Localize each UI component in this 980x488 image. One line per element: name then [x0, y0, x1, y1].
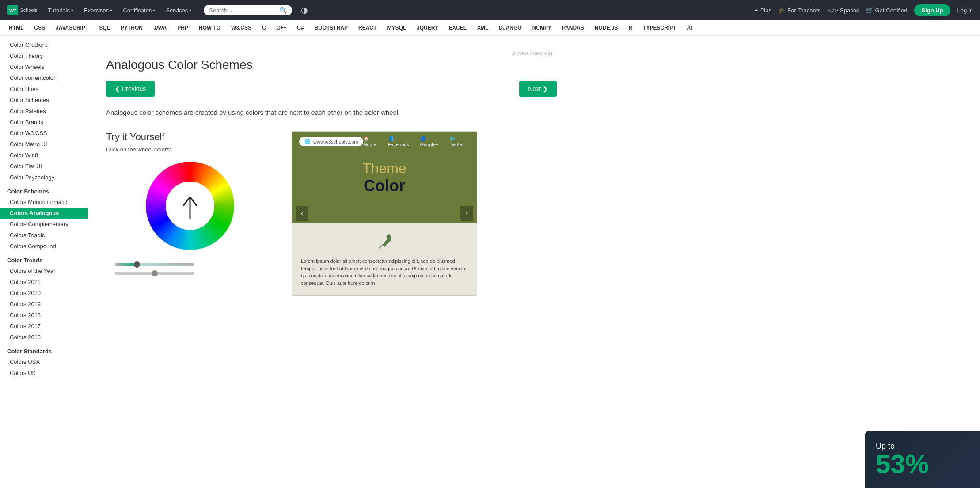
preview-next-arrow[interactable]: › — [460, 206, 473, 221]
sidebar-item-colors-2021[interactable]: Colors 2021 — [0, 276, 88, 288]
sidebar-section-color-schemes: Color Schemes — [0, 183, 88, 197]
color-wheel-inner — [166, 182, 214, 230]
lang-r[interactable]: R — [623, 20, 638, 35]
lang-jquery[interactable]: JQUERY — [411, 20, 444, 35]
sidebar-item-colors-year[interactable]: Colors of the Year — [0, 265, 88, 276]
sidebar-item-color-metro[interactable]: Color Metro UI — [0, 139, 88, 150]
slider-track-2[interactable] — [115, 272, 194, 275]
sidebar: Color Gradient Color Theory Color Wheels… — [0, 36, 88, 484]
arrow-icon — [179, 190, 201, 221]
sidebar-item-color-w3css[interactable]: Color W3.CSS — [0, 128, 88, 139]
logo[interactable]: W3 Schools — [7, 5, 38, 15]
logo-schools: Schools — [20, 8, 37, 13]
sidebar-item-color-schemes-link[interactable]: Color Schemes — [0, 95, 88, 106]
lang-numpy[interactable]: NUMPY — [527, 20, 557, 35]
prev-button[interactable]: ❮ Previous — [106, 81, 155, 97]
preview-facebook-link: 📘 Facebook — [388, 136, 415, 147]
nav-services[interactable]: Services ▾ — [160, 0, 197, 20]
nav-teachers[interactable]: 🎓 For Teachers — [779, 7, 821, 14]
lang-python[interactable]: PYTHON — [115, 20, 148, 35]
preview-theme-text: Theme — [301, 160, 468, 177]
sidebar-item-colors-usa[interactable]: Colors USA — [0, 356, 88, 367]
sidebar-item-color-currentcolor[interactable]: Color currentcolor — [0, 72, 88, 83]
slider-thumb-2[interactable] — [152, 270, 158, 276]
preview-googleplus-link: 🔵 Google+ — [420, 136, 444, 147]
lang-javascript[interactable]: JAVASCRIPT — [50, 20, 94, 35]
lang-mysql[interactable]: MYSQL — [382, 20, 411, 35]
login-button[interactable]: Log in — [957, 7, 973, 14]
preview-color-text: Color — [301, 177, 468, 195]
main-nav-links: Tutorials ▾ Exercises ▾ Certificates ▾ S… — [43, 0, 197, 20]
lang-excel[interactable]: EXCEL — [444, 20, 472, 35]
next-button[interactable]: Next ❯ — [519, 81, 557, 97]
nav-certificates[interactable]: Certificates ▾ — [118, 0, 160, 20]
sidebar-item-color-theory[interactable]: Color Theory — [0, 50, 88, 61]
sidebar-section-color-trends: Color Trends — [0, 252, 88, 265]
sidebar-item-colors-2018[interactable]: Colors 2018 — [0, 310, 88, 321]
sidebar-item-triadic[interactable]: Colors Triadic — [0, 230, 88, 241]
preview-content: Lorem ipsum dolor sit amet, consectetur … — [292, 223, 477, 295]
nav-buttons: ❮ Previous Next ❯ — [106, 81, 557, 97]
nav-plus[interactable]: ✦ Plus — [754, 7, 771, 14]
logo-w3: W3 — [7, 5, 18, 15]
lang-sql[interactable]: SQL — [94, 20, 115, 35]
sidebar-item-colors-2019[interactable]: Colors 2019 — [0, 299, 88, 310]
theme-toggle[interactable]: ◑ — [301, 5, 308, 15]
ad-percent-text: 53% — [876, 451, 969, 477]
lang-html[interactable]: HTML — [4, 20, 29, 35]
sidebar-item-colors-2017[interactable]: Colors 2017 — [0, 321, 88, 332]
lang-php[interactable]: PHP — [172, 20, 194, 35]
sidebar-item-color-win8[interactable]: Color Win8 — [0, 150, 88, 161]
page-description: Analogous color schemes are created by u… — [106, 107, 557, 118]
lang-nodejs[interactable]: NODE.JS — [589, 20, 623, 35]
sidebar-item-complementary[interactable]: Colors Complementary — [0, 219, 88, 230]
svg-line-1 — [379, 245, 383, 248]
sidebar-item-color-gradient[interactable]: Color Gradient — [0, 39, 88, 50]
search-input[interactable] — [209, 7, 279, 14]
color-wheel[interactable] — [146, 162, 234, 250]
lang-csharp[interactable]: C# — [292, 20, 309, 35]
lang-typescript[interactable]: TYPESCRIPT — [638, 20, 681, 35]
lang-w3css[interactable]: W3.CSS — [226, 20, 257, 35]
try-section: Try it Yourself Click on the wheel color… — [106, 131, 557, 296]
lang-xml[interactable]: XML — [472, 20, 494, 35]
sidebar-item-monochromatic[interactable]: Colors Monochromatic — [0, 197, 88, 208]
try-title: Try it Yourself — [106, 131, 274, 143]
sidebar-item-color-flat[interactable]: Color Flat UI — [0, 161, 88, 172]
sidebar-item-colors-uk[interactable]: Colors UK — [0, 367, 88, 378]
lang-howto[interactable]: HOW TO — [194, 20, 226, 35]
lang-bootstrap[interactable]: BOOTSTRAP — [309, 20, 353, 35]
lang-c[interactable]: C — [257, 20, 271, 35]
sidebar-item-color-psychology[interactable]: Color Psychology — [0, 172, 88, 183]
lang-pandas[interactable]: PANDAS — [557, 20, 589, 35]
search-icon[interactable]: 🔍 — [279, 7, 287, 14]
preview-prev-arrow[interactable]: ‹ — [296, 206, 308, 221]
preview-url-bar: 🌐 www.w3schools.com — [299, 137, 363, 146]
sidebar-item-color-hues[interactable]: Color Hues — [0, 83, 88, 95]
sidebar-item-analogous[interactable]: Colors Analogous — [0, 208, 88, 219]
try-left-panel: Try it Yourself Click on the wheel color… — [106, 131, 274, 279]
advertisement-label: ADVERTISEMENT — [106, 49, 557, 58]
nav-exercises[interactable]: Exercises ▾ — [79, 0, 118, 20]
lang-css[interactable]: CSS — [29, 20, 50, 35]
sidebar-item-color-palettes[interactable]: Color Palettes — [0, 106, 88, 117]
nav-spaces[interactable]: </> Spaces — [828, 7, 859, 14]
nav-get-certified[interactable]: 🛒 Get Certified — [866, 7, 907, 14]
nav-tutorials[interactable]: Tutorials ▾ — [43, 0, 79, 20]
color-wheel-container[interactable] — [146, 162, 234, 250]
sidebar-item-colors-2020[interactable]: Colors 2020 — [0, 288, 88, 299]
lang-java[interactable]: JAVA — [148, 20, 172, 35]
sidebar-item-colors-2016[interactable]: Colors 2016 — [0, 332, 88, 343]
lang-django[interactable]: DJANGO — [494, 20, 527, 35]
preview-content-icon — [301, 231, 468, 252]
sidebar-item-color-wheels[interactable]: Color Wheels — [0, 61, 88, 72]
lang-cpp[interactable]: C++ — [271, 20, 292, 35]
lang-ai[interactable]: AI — [682, 20, 698, 35]
sidebar-item-compound[interactable]: Colors Compound — [0, 241, 88, 252]
signup-button[interactable]: Sign Up — [914, 4, 950, 16]
sidebar-item-color-brands[interactable]: Color Brands — [0, 117, 88, 128]
slider-thumb-1[interactable] — [134, 261, 140, 268]
lang-react[interactable]: REACT — [353, 20, 382, 35]
sidebar-section-color-standards: Color Standards — [0, 343, 88, 356]
slider-track-1[interactable] — [115, 263, 194, 266]
